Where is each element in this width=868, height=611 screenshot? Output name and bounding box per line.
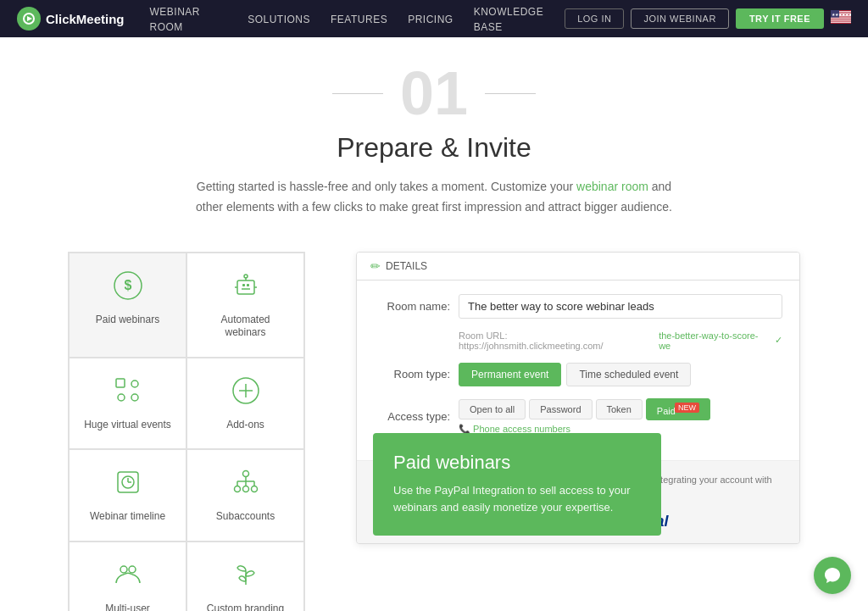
hero-section: 01 Prepare & Invite Getting started is h… [0,37,868,226]
feature-custom-branding[interactable]: Custom branding [186,542,304,611]
chat-bubble-button[interactable] [814,557,851,594]
access-paid[interactable]: Paid NEW [646,398,710,421]
room-url-slug: the-better-way-to-score-we [659,330,770,351]
svg-point-18 [244,275,248,278]
svg-point-42 [129,566,136,573]
feature-custom-branding-label: Custom branding [196,603,295,611]
access-open[interactable]: Open to all [459,399,526,419]
nav-webinar-room[interactable]: WEBINAR ROOM [150,6,201,33]
svg-rect-14 [242,284,245,286]
details-tab-label: DETAILS [386,260,427,272]
svg-point-35 [251,486,257,492]
login-button[interactable]: LOG IN [565,8,624,29]
url-check-icon: ✓ [775,335,782,346]
feature-multi-user[interactable]: Multi-user [69,542,186,611]
right-panel: ✏ DETAILS Room name: Room URL: https://j… [339,252,800,545]
svg-point-23 [118,394,125,401]
nav-actions: LOG IN JOIN WEBINAR TRY IT FREE ★★★★★★ [565,8,851,29]
room-url-prefix: Room URL: https://johnsmith.clickmeeting… [459,330,654,351]
plus-circle-icon [196,375,295,410]
language-flag[interactable]: ★★★★★★ [831,10,851,27]
room-type-label: Room type: [374,368,450,380]
hero-title: Prepare & Invite [17,132,851,164]
svg-point-32 [242,471,248,477]
access-type-buttons: Open to all Password Token Paid NEW 📞 Ph… [459,398,782,436]
access-password[interactable]: Password [529,399,592,419]
step-number: 01 [400,63,468,124]
feature-multi-user-label: Multi-user [78,603,177,611]
room-type-buttons: Permanent event Time scheduled event [459,363,691,386]
tooltip-title: Paid webinars [393,452,641,474]
nav-features[interactable]: FEATURES [331,14,387,25]
svg-point-33 [234,486,240,492]
nav-solutions[interactable]: SOLUTIONS [248,14,310,25]
svg-rect-15 [247,284,249,286]
feature-subaccounts-label: Subaccounts [196,510,295,524]
paid-webinars-tooltip: Paid webinars Use the PayPal Integration… [373,433,661,536]
logo[interactable]: ClickMeeting [17,7,125,31]
feature-webinar-timeline[interactable]: Webinar timeline [69,449,186,542]
us-flag-icon: ★★★★★★ [831,10,851,24]
feature-automated-webinars[interactable]: Automatedwebinars [186,253,304,358]
hierarchy-icon [196,467,295,502]
svg-marker-1 [27,16,32,21]
nav-links: WEBINAR ROOM SOLUTIONS FEATURES PRICING … [150,3,565,34]
group-icon [78,375,177,410]
svg-rect-21 [116,379,125,387]
svg-point-22 [131,380,138,387]
clock-icon [78,467,177,502]
tooltip-description: Use the PayPal Integration to sell acces… [393,482,641,518]
feature-huge-virtual-events[interactable]: Huge virtual events [69,358,186,450]
svg-rect-8 [831,22,851,23]
users-icon [78,559,177,594]
svg-text:$: $ [124,278,131,292]
room-type-row: Room type: Permanent event Time schedule… [374,363,782,386]
feature-automated-webinars-label: Automatedwebinars [196,314,295,340]
nav-knowledge-base[interactable]: KNOWLEDGE BASE [474,6,544,33]
feature-paid-webinars-label: Paid webinars [78,314,177,327]
room-url-row: Room URL: https://johnsmith.clickmeeting… [459,330,782,351]
dollar-circle-icon: $ [78,270,177,305]
svg-rect-7 [831,19,851,20]
try-free-button[interactable]: TRY IT FREE [736,8,824,29]
feature-add-ons-label: Add-ons [196,419,295,432]
feature-huge-virtual-events-label: Huge virtual events [78,419,177,432]
hero-description: Getting started is hassle-free and only … [188,177,680,218]
main-content: $ Paid webinars Automatedwebinars [0,226,868,611]
webinar-room-link[interactable]: webinar room [576,180,648,193]
robot-icon [196,270,295,305]
access-type-label: Access type: [374,410,450,423]
room-name-input[interactable] [459,294,782,319]
feature-subaccounts[interactable]: Subaccounts [186,449,304,542]
feature-webinar-timeline-label: Webinar timeline [78,510,177,524]
svg-point-24 [131,394,138,401]
room-type-scheduled[interactable]: Time scheduled event [566,363,691,386]
join-webinar-button[interactable]: JOIN WEBINAR [631,8,728,29]
feature-add-ons[interactable]: Add-ons [186,358,304,450]
svg-point-41 [120,566,127,573]
chat-icon [823,566,842,585]
svg-rect-13 [237,281,254,294]
navbar: ClickMeeting WEBINAR ROOM SOLUTIONS FEAT… [0,0,868,37]
logo-icon [17,7,41,31]
svg-rect-6 [831,18,851,19]
access-type-row: Access type: Open to all Password Token … [374,398,782,436]
svg-point-34 [242,486,248,492]
nav-pricing[interactable]: PRICING [408,14,453,25]
details-tab[interactable]: ✏ DETAILS [357,253,799,281]
plant-icon [196,559,295,594]
room-name-label: Room name: [374,300,450,313]
feature-paid-webinars[interactable]: $ Paid webinars [69,253,186,358]
room-type-permanent[interactable]: Permanent event [459,363,561,386]
details-tab-icon: ✏ [370,259,381,273]
access-token[interactable]: Token [596,399,643,419]
feature-grid: $ Paid webinars Automatedwebinars [68,252,305,611]
room-name-row: Room name: [374,294,782,319]
logo-text: ClickMeeting [46,12,125,26]
svg-text:★★★★★★: ★★★★★★ [832,12,851,17]
paid-badge: NEW [675,403,699,413]
